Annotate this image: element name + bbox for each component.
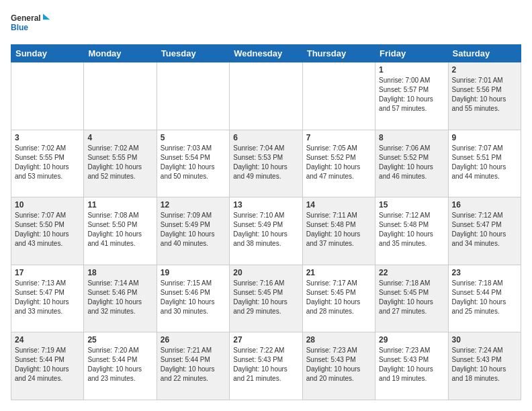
day-number: 15 [379,200,444,210]
calendar-cell [84,62,157,130]
calendar-cell: 10Sunrise: 7:07 AM Sunset: 5:50 PM Dayli… [11,197,84,265]
day-number: 19 [161,268,226,277]
weekday-header-thursday: Thursday [302,45,375,62]
day-info: Sunrise: 7:24 AM Sunset: 5:43 PM Dayligh… [452,346,517,383]
calendar-cell: 8Sunrise: 7:06 AM Sunset: 5:52 PM Daylig… [375,130,448,197]
day-info: Sunrise: 7:03 AM Sunset: 5:54 PM Dayligh… [161,144,226,181]
day-info: Sunrise: 7:10 AM Sunset: 5:49 PM Dayligh… [233,211,298,248]
day-number: 14 [306,200,371,210]
calendar-cell: 16Sunrise: 7:12 AM Sunset: 5:47 PM Dayli… [448,197,521,265]
calendar-cell: 29Sunrise: 7:23 AM Sunset: 5:43 PM Dayli… [375,332,448,400]
logo: General Blue [11,11,51,38]
day-number: 21 [306,268,371,277]
day-info: Sunrise: 7:16 AM Sunset: 5:45 PM Dayligh… [233,279,298,316]
calendar-cell: 13Sunrise: 7:10 AM Sunset: 5:49 PM Dayli… [230,197,302,265]
day-info: Sunrise: 7:17 AM Sunset: 5:45 PM Dayligh… [306,279,371,316]
day-number: 6 [233,133,298,142]
calendar-cell: 7Sunrise: 7:05 AM Sunset: 5:52 PM Daylig… [302,130,375,197]
header: General Blue [11,11,521,38]
day-number: 11 [87,200,152,210]
calendar-cell: 19Sunrise: 7:15 AM Sunset: 5:46 PM Dayli… [157,265,229,332]
weekday-header-wednesday: Wednesday [230,45,302,62]
calendar-cell: 22Sunrise: 7:18 AM Sunset: 5:45 PM Dayli… [375,265,448,332]
calendar-week-3: 10Sunrise: 7:07 AM Sunset: 5:50 PM Dayli… [11,197,521,265]
day-info: Sunrise: 7:12 AM Sunset: 5:47 PM Dayligh… [452,211,517,248]
day-info: Sunrise: 7:06 AM Sunset: 5:52 PM Dayligh… [379,144,444,181]
day-number: 24 [15,335,80,345]
day-info: Sunrise: 7:09 AM Sunset: 5:49 PM Dayligh… [161,211,226,248]
day-number: 7 [306,133,371,142]
calendar-week-4: 17Sunrise: 7:13 AM Sunset: 5:47 PM Dayli… [11,265,521,332]
day-info: Sunrise: 7:22 AM Sunset: 5:43 PM Dayligh… [233,346,298,383]
calendar-cell: 15Sunrise: 7:12 AM Sunset: 5:48 PM Dayli… [375,197,448,265]
calendar-cell: 30Sunrise: 7:24 AM Sunset: 5:43 PM Dayli… [448,332,521,400]
logo-svg: General Blue [11,11,51,38]
day-info: Sunrise: 7:02 AM Sunset: 5:55 PM Dayligh… [87,144,152,181]
calendar-cell: 20Sunrise: 7:16 AM Sunset: 5:45 PM Dayli… [230,265,302,332]
svg-marker-2 [43,14,50,20]
day-info: Sunrise: 7:23 AM Sunset: 5:43 PM Dayligh… [306,346,371,383]
day-number: 29 [379,335,444,345]
day-number: 10 [15,200,80,210]
calendar-week-2: 3Sunrise: 7:02 AM Sunset: 5:55 PM Daylig… [11,130,521,197]
day-info: Sunrise: 7:11 AM Sunset: 5:48 PM Dayligh… [306,211,371,248]
calendar-cell: 1Sunrise: 7:00 AM Sunset: 5:57 PM Daylig… [375,62,448,130]
day-number: 13 [233,200,298,210]
calendar-cell: 26Sunrise: 7:21 AM Sunset: 5:44 PM Dayli… [157,332,229,400]
day-number: 9 [452,133,517,142]
day-number: 16 [452,200,517,210]
day-info: Sunrise: 7:01 AM Sunset: 5:56 PM Dayligh… [452,76,517,113]
weekday-header-row: SundayMondayTuesdayWednesdayThursdayFrid… [11,45,521,62]
calendar-cell: 17Sunrise: 7:13 AM Sunset: 5:47 PM Dayli… [11,265,84,332]
calendar-cell: 12Sunrise: 7:09 AM Sunset: 5:49 PM Dayli… [157,197,229,265]
day-number: 25 [87,335,152,345]
calendar-cell: 27Sunrise: 7:22 AM Sunset: 5:43 PM Dayli… [230,332,302,400]
weekday-header-sunday: Sunday [11,45,84,62]
day-number: 26 [161,335,226,345]
calendar-cell [302,62,375,130]
day-number: 23 [452,268,517,277]
calendar-cell [157,62,229,130]
day-info: Sunrise: 7:20 AM Sunset: 5:44 PM Dayligh… [87,346,152,383]
day-number: 4 [87,133,152,142]
weekday-header-friday: Friday [375,45,448,62]
day-number: 18 [87,268,152,277]
calendar-cell: 23Sunrise: 7:18 AM Sunset: 5:44 PM Dayli… [448,265,521,332]
day-number: 5 [161,133,226,142]
day-info: Sunrise: 7:21 AM Sunset: 5:44 PM Dayligh… [161,346,226,383]
page: General Blue SundayMondayTuesdayWednesda… [0,0,532,411]
calendar-cell: 4Sunrise: 7:02 AM Sunset: 5:55 PM Daylig… [84,130,157,197]
day-number: 28 [306,335,371,345]
day-info: Sunrise: 7:18 AM Sunset: 5:45 PM Dayligh… [379,279,444,316]
calendar-week-1: 1Sunrise: 7:00 AM Sunset: 5:57 PM Daylig… [11,62,521,130]
day-number: 8 [379,133,444,142]
svg-text:Blue: Blue [11,23,28,32]
calendar-cell [230,62,302,130]
calendar-cell: 18Sunrise: 7:14 AM Sunset: 5:46 PM Dayli… [84,265,157,332]
day-info: Sunrise: 7:05 AM Sunset: 5:52 PM Dayligh… [306,144,371,181]
day-number: 2 [452,65,517,75]
day-info: Sunrise: 7:23 AM Sunset: 5:43 PM Dayligh… [379,346,444,383]
day-info: Sunrise: 7:07 AM Sunset: 5:50 PM Dayligh… [15,211,80,248]
calendar-cell: 28Sunrise: 7:23 AM Sunset: 5:43 PM Dayli… [302,332,375,400]
day-info: Sunrise: 7:18 AM Sunset: 5:44 PM Dayligh… [452,279,517,316]
calendar-cell: 5Sunrise: 7:03 AM Sunset: 5:54 PM Daylig… [157,130,229,197]
day-info: Sunrise: 7:08 AM Sunset: 5:50 PM Dayligh… [87,211,152,248]
day-info: Sunrise: 7:04 AM Sunset: 5:53 PM Dayligh… [233,144,298,181]
day-info: Sunrise: 7:15 AM Sunset: 5:46 PM Dayligh… [161,279,226,316]
calendar-cell [11,62,84,130]
day-number: 12 [161,200,226,210]
day-number: 22 [379,268,444,277]
calendar-table: SundayMondayTuesdayWednesdayThursdayFrid… [11,44,521,400]
day-number: 27 [233,335,298,345]
day-info: Sunrise: 7:00 AM Sunset: 5:57 PM Dayligh… [379,76,444,113]
day-info: Sunrise: 7:02 AM Sunset: 5:55 PM Dayligh… [15,144,80,181]
day-number: 3 [15,133,80,142]
day-number: 17 [15,268,80,277]
calendar-cell: 3Sunrise: 7:02 AM Sunset: 5:55 PM Daylig… [11,130,84,197]
day-info: Sunrise: 7:19 AM Sunset: 5:44 PM Dayligh… [15,346,80,383]
calendar-cell: 6Sunrise: 7:04 AM Sunset: 5:53 PM Daylig… [230,130,302,197]
weekday-header-saturday: Saturday [448,45,521,62]
svg-text:General: General [11,13,41,23]
calendar-cell: 9Sunrise: 7:07 AM Sunset: 5:51 PM Daylig… [448,130,521,197]
